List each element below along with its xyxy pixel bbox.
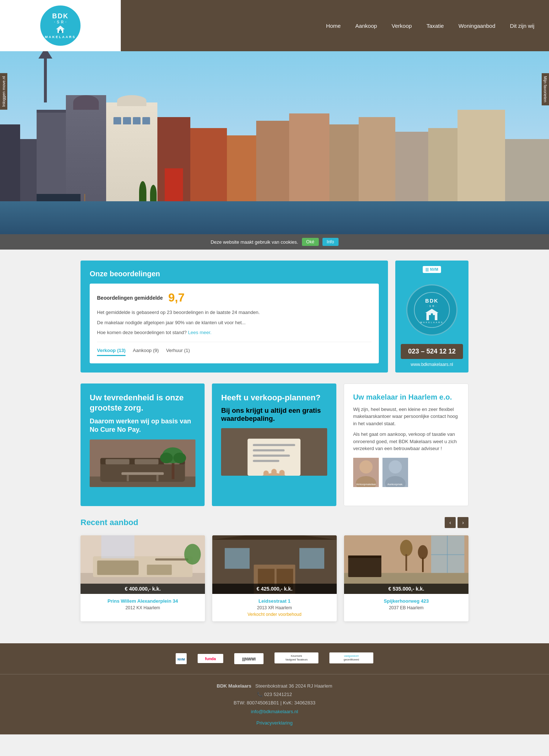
svg-text:Keurmerk: Keurmerk — [291, 655, 302, 657]
left-sidebar-label: Inloggen move.nl — [1, 76, 6, 107]
phone-display: 023 – 524 12 12 — [401, 344, 463, 359]
bdk-logo-panel: ||| NVM BDK · S R · MAKELAARS — [395, 261, 468, 373]
hero-buildings — [0, 88, 549, 205]
right-sidebar[interactable]: Mijn favorieten — [542, 73, 549, 105]
nav-menu: Home Aankoop Verkoop Taxatie Woningaanbo… — [326, 23, 534, 29]
property-city-3: 2037 EB Haarlem — [348, 605, 464, 610]
nav-taxatie[interactable]: Taxatie — [426, 23, 444, 29]
svg-text:Aankoopmak.: Aankoopmak. — [387, 483, 403, 486]
rating-meer-link[interactable]: Lees meer. — [188, 330, 212, 335]
logo-area: BDK · S R · MAKELAARS — [0, 0, 121, 51]
rating-desc-2: De makelaar nodigde afgelopen jaar 90% v… — [97, 319, 371, 326]
svg-point-66 — [418, 545, 428, 559]
hero-trees — [139, 181, 157, 203]
property-card-2[interactable]: € 425.000,- k.k. Leidsestraat 1 2013 XR … — [212, 535, 337, 621]
svg-rect-77 — [274, 652, 318, 663]
property-price-3: € 535.000,- k.k. — [344, 584, 468, 594]
svg-text:· S R ·: · S R · — [427, 305, 437, 307]
property-info-2: Leidsestraat 1 2013 XR Haarlem Verkocht … — [212, 594, 337, 621]
team-photo-1: Verkoopmakelaar — [353, 458, 379, 487]
logo-bdk: BDK — [45, 12, 76, 20]
property-card-1[interactable]: € 400.000,- k.k. Prins Willem Alexanderp… — [81, 535, 205, 621]
svg-rect-47 — [97, 560, 138, 575]
hero-water — [0, 201, 549, 234]
property-image-2: € 425.000,- k.k. — [212, 535, 337, 594]
navigation: Home Aankoop Verkoop Taxatie Woningaanbo… — [121, 0, 549, 51]
svg-point-64 — [400, 540, 412, 556]
verkoop-column: Heeft u verkoop-plannen? Bij ons krijgt … — [212, 383, 336, 506]
partner-nvm: NVM — [176, 653, 187, 664]
footer-btw: BTW: 800745061B01 | KvK: 34062833 — [7, 699, 542, 707]
svg-point-37 — [359, 460, 373, 474]
nav-aankoop[interactable]: Aankoop — [355, 23, 377, 29]
svg-text:BDK: BDK — [425, 298, 438, 304]
makelaar-column: Uw makelaar in Haarlem e.o. Wij zijn, he… — [344, 383, 468, 506]
tab-verkoop[interactable]: Verkoop (13) — [97, 348, 126, 356]
left-sidebar[interactable]: Inloggen move.nl — [0, 73, 7, 110]
nav-home[interactable]: Home — [326, 23, 341, 29]
logo-makelaars: MAKELAARS — [45, 35, 76, 39]
recent-section: Recent aanbod ‹ › — [81, 517, 468, 621]
prev-arrow[interactable]: ‹ — [445, 517, 456, 528]
svg-rect-67 — [422, 557, 424, 572]
cookie-info-button[interactable]: Info — [322, 238, 339, 246]
svg-text:Verkoopmakelaar: Verkoopmakelaar — [356, 483, 376, 486]
church-spire-icon — [44, 59, 47, 102]
right-sidebar-label: Mijn favorieten — [543, 76, 548, 102]
svg-rect-19 — [122, 472, 164, 475]
logo: BDK · S R · MAKELAARS — [40, 5, 81, 46]
no-cure-image — [90, 439, 195, 487]
svg-rect-80 — [329, 652, 373, 663]
makelaar-text2: Als het gaat om aankoop, verkoop of taxa… — [353, 431, 459, 452]
next-arrow[interactable]: › — [458, 517, 468, 528]
svg-rect-21 — [156, 475, 158, 481]
partner-nwwi: |||NWWI — [234, 653, 264, 664]
nav-verkoop[interactable]: Verkoop — [392, 23, 412, 29]
footer-company: BDK Makelaars — [217, 683, 251, 689]
privacy-link[interactable]: Privacyverklaring — [257, 720, 293, 726]
property-price-2: € 425.000,- k.k. — [212, 584, 337, 594]
rating-tabs: Verkoop (13) Aankoop (9) Verhuur (1) — [97, 342, 371, 356]
tab-aankoop[interactable]: Aankoop (9) — [133, 348, 159, 356]
svg-rect-49 — [155, 558, 188, 561]
svg-rect-69 — [447, 535, 448, 573]
svg-rect-28 — [253, 444, 295, 446]
svg-point-3 — [60, 29, 61, 31]
no-cure-heading2: Daarom werken wij op basis van No Cure N… — [90, 417, 195, 434]
nav-arrows: ‹ › — [445, 517, 468, 528]
svg-rect-63 — [348, 555, 381, 558]
property-address-2: Leidsestraat 1 — [217, 598, 332, 604]
beoordelingen-panel: Onze beoordelingen Beoordelingen gemidde… — [81, 261, 388, 373]
nvm-icon: ||| — [426, 267, 429, 272]
property-card-3[interactable]: € 535.000,- k.k. Spijkerhoorweg 423 2037… — [344, 535, 468, 621]
beoordelingen-section: Onze beoordelingen Beoordelingen gemidde… — [81, 261, 468, 373]
property-image-1: € 400.000,- k.k. — [81, 535, 205, 594]
property-address-3: Spijkerhoorweg 423 — [348, 598, 464, 604]
svg-rect-58 — [299, 548, 324, 569]
tab-verhuur[interactable]: Verhuur (1) — [166, 348, 190, 356]
cookie-ok-button[interactable]: Oké — [302, 238, 319, 246]
recent-title: Recent aanbod — [81, 518, 138, 527]
no-cure-column: Uw tevredenheid is onze grootste zorg. D… — [81, 383, 205, 506]
beoordelingen-card: Beoordelingen gemiddelde 9,7 Het gemidde… — [90, 284, 379, 363]
partner-taxateurs: Keurmerk Vastgoed Taxateurs — [274, 652, 318, 665]
footer-phone: 📞 023 5241212 — [7, 690, 542, 699]
verkoop-heading2: Bij ons krijgt u altijd een gratis waard… — [221, 407, 327, 423]
nav-woningaanbod[interactable]: Woningaanbod — [459, 23, 496, 29]
svg-rect-29 — [253, 449, 285, 452]
svg-rect-62 — [348, 556, 381, 577]
partner-bar: NVM funda |||NWWI Keurmerk Vastgoed Taxa… — [0, 643, 549, 674]
footer-bottom: BDK Makelaars Steenbokstraat 36 2024 RJ … — [0, 674, 549, 735]
property-city-1: 2012 KX Haarlem — [85, 605, 201, 610]
footer-email: info@bdkmakelaars.nl — [7, 707, 542, 716]
recent-header: Recent aanbod ‹ › — [81, 517, 468, 528]
svg-text:MAKELAARS: MAKELAARS — [420, 321, 444, 323]
footer-email-link[interactable]: info@bdkmakelaars.nl — [251, 709, 298, 714]
cookie-bar: Deze website maakt gebruik van cookies. … — [0, 234, 549, 250]
svg-rect-35 — [279, 470, 284, 476]
property-status-2: Verkocht onder voorbehoud — [217, 612, 332, 617]
svg-rect-33 — [264, 471, 269, 476]
nav-dit-zijn-wij[interactable]: Dit zijn wij — [510, 23, 534, 29]
verkoop-heading1: Heeft u verkoop-plannen? — [221, 393, 327, 403]
svg-point-24 — [160, 453, 173, 464]
